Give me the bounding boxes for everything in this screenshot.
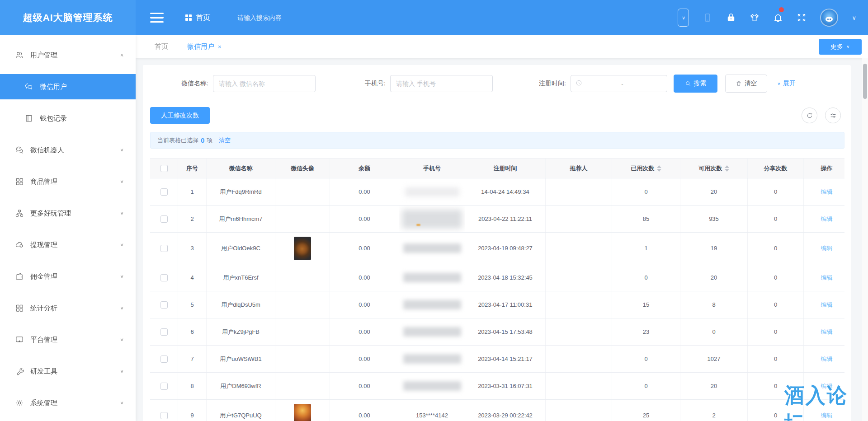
column-header: 分享次数 [748,159,804,178]
lock-icon[interactable] [726,13,736,23]
column-header: 序号 [178,159,207,178]
clear-button-label: 清空 [745,80,757,88]
more-button[interactable]: 更多 ∨ [819,39,862,55]
sidebar-item-wechat-users[interactable]: 微信用户 [0,74,136,99]
menu-toggle-icon[interactable] [150,13,164,23]
column-settings-button[interactable] [825,108,841,123]
selection-clear-link[interactable]: 清空 [219,136,231,145]
clock-icon [576,80,582,88]
wechat-avatar-image [294,404,311,421]
cell-referrer [546,400,612,421]
panel-toggle-icon[interactable]: ∨ [678,9,689,27]
cell-index: 1 [178,178,207,205]
user-avatar[interactable] [820,9,838,27]
column-header-label: 手机号 [423,164,441,173]
sidebar-item-platform-management[interactable]: 平台管理 ∨ [0,327,136,352]
sidebar-item-dev-tools[interactable]: 研发工具 ∨ [0,359,136,384]
blurred-phone [403,243,461,253]
edit-link[interactable]: 编辑 [821,328,833,336]
scrollbar-thumb[interactable] [863,64,867,99]
date-range-input[interactable]: - [571,75,667,92]
sidebar-item-commission-management[interactable]: 佣金管理 ∨ [0,264,136,289]
wechat-name-label: 微信名称: [150,80,208,88]
cell-actions: 编辑 [804,346,849,372]
sidebar-item-withdraw-management[interactable]: 提现管理 ∨ [0,232,136,257]
cell-balance: 0.00 [330,264,399,291]
row-checkbox[interactable] [160,383,168,390]
header-home-label: 首页 [196,13,210,23]
cell-wechat-name: 用户Fdq9RmRd [207,178,275,205]
vertical-scrollbar[interactable] [862,58,868,421]
edit-link[interactable]: 编辑 [821,215,833,223]
cell-referrer [546,178,612,205]
manual-modify-button[interactable]: 人工修改次数 [150,107,210,124]
row-checkbox[interactable] [160,245,168,252]
row-checkbox[interactable] [160,328,168,336]
header-home-link[interactable]: 首页 [185,13,210,23]
sidebar-item-label: 微信机器人 [30,146,120,154]
row-checkbox[interactable] [160,356,168,363]
column-header[interactable]: 可用次数 [680,159,748,178]
sidebar-item-more-fun-management[interactable]: 更多好玩管理 ∨ [0,201,136,226]
cell-reg-time: 2023-04-15 17:53:48 [465,318,546,345]
sort-icon[interactable] [725,165,729,172]
device-icon[interactable] [703,13,712,23]
edit-link[interactable]: 编辑 [821,244,833,253]
select-all-checkbox[interactable] [160,165,168,172]
header-search-input[interactable] [237,14,337,21]
cell-reg-time: 2023-03-31 16:07:31 [465,373,546,399]
fullscreen-icon[interactable] [797,13,807,23]
close-icon[interactable]: × [218,43,222,50]
edit-link[interactable]: 编辑 [821,301,833,309]
cell-used-count: 0 [612,373,680,399]
phone-input[interactable] [390,75,493,92]
search-button-label: 搜索 [694,80,707,88]
edit-link[interactable]: 编辑 [821,355,833,363]
cell-share-count: 0 [748,264,804,291]
bell-icon[interactable] [773,13,783,23]
row-checkbox-cell [150,346,178,372]
user-menu-chevron-icon[interactable]: ∨ [852,14,856,21]
refresh-button[interactable] [802,108,817,123]
tab-home[interactable]: 首页 [155,42,168,51]
expand-link[interactable]: ∨ 展开 [777,80,796,88]
search-button[interactable]: 搜索 [674,75,717,93]
blurred-phone [403,327,461,337]
wechat-name-input[interactable] [213,75,316,92]
column-header-label: 推荐人 [570,164,588,173]
sidebar-item-wechat-robot[interactable]: 微信机器人 ∨ [0,137,136,163]
column-header: 余额 [330,159,399,178]
row-checkbox[interactable] [160,412,168,419]
row-checkbox[interactable] [160,274,168,281]
sidebar-item-wallet-records[interactable]: 钱包记录 [0,106,136,131]
sidebar-item-system-management[interactable]: 系统管理 ∨ [0,390,136,416]
theme-icon[interactable] [750,13,760,23]
sidebar-item-user-management[interactable]: 用户管理 ∧ [0,42,136,68]
sidebar-item-statistics[interactable]: 统计分析 ∨ [0,295,136,321]
row-checkbox[interactable] [160,215,168,223]
column-header[interactable]: 已用次数 [612,159,680,178]
date-separator: - [582,80,662,87]
table-row: 3用户OldOek9C0.002023-04-19 09:48:271190编辑 [150,233,844,264]
cell-avatar [275,373,330,399]
sidebar-item-goods-management[interactable]: 商品管理 ∨ [0,169,136,194]
sidebar-item-label: 统计分析 [30,304,120,313]
row-checkbox[interactable] [160,301,168,309]
tab-wechat-users[interactable]: 微信用户 × [187,42,222,51]
sidebar-item-label: 钱包记录 [40,114,124,123]
cell-avatar [275,318,330,345]
cell-avatar [275,206,330,232]
edit-link[interactable]: 编辑 [821,274,833,282]
clear-button[interactable]: 清空 [725,75,767,93]
column-header-label: 余额 [359,164,370,173]
cell-share-count: 0 [748,233,804,264]
cell-actions: 编辑 [804,291,849,318]
row-checkbox[interactable] [160,188,168,196]
edit-link[interactable]: 编辑 [821,188,833,196]
table-header-row: 序号微信名称微信头像余额手机号注册时间推荐人已用次数可用次数分享次数操作 [150,159,844,178]
table-row: 1用户Fdq9RmRd0.0014-04-24 14:49:340200编辑 [150,178,844,206]
column-header-label: 注册时间 [494,164,517,173]
sort-icon[interactable] [657,165,661,172]
table-row: 9用户tG7QPuUQ0.00153****41422023-03-29 00:… [150,400,844,421]
cell-index: 9 [178,400,207,421]
